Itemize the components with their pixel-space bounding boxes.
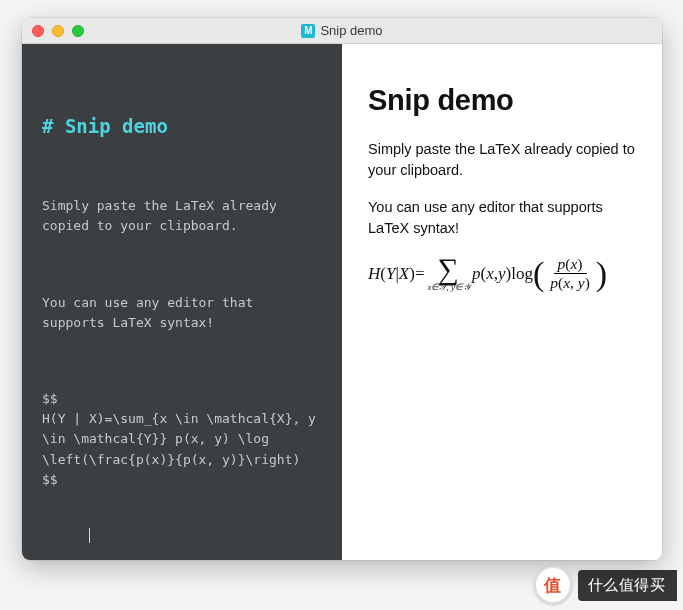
math-sum: ∑ x∈𝒳, y∈𝒴 xyxy=(427,255,469,292)
preview-para-2: You can use any editor that supports LaT… xyxy=(368,197,636,239)
math-H: H xyxy=(368,264,380,284)
watermark-text: 什么值得买 xyxy=(578,570,678,601)
math-bigparen-r: ) xyxy=(596,260,607,289)
math-args1-y: y xyxy=(498,264,506,284)
app-window: M Snip demo # Snip demo Simply paste the… xyxy=(22,18,662,560)
math-frac-den: p(x, y) xyxy=(546,274,594,291)
math-eq: = xyxy=(415,264,425,284)
math-log: log xyxy=(511,264,533,284)
editor-para-1: Simply paste the LaTeX already copied to… xyxy=(42,196,322,236)
watermark-badge: 值 xyxy=(534,566,572,604)
math-args1-x: x xyxy=(486,264,494,284)
traffic-lights xyxy=(22,25,84,37)
preview-para-1: Simply paste the LaTeX already copied to… xyxy=(368,139,636,181)
close-button[interactable] xyxy=(32,25,44,37)
text-cursor xyxy=(89,528,91,543)
maximize-button[interactable] xyxy=(72,25,84,37)
source-editor[interactable]: # Snip demo Simply paste the LaTeX alrea… xyxy=(22,44,342,560)
minimize-button[interactable] xyxy=(52,25,64,37)
sigma-icon: ∑ xyxy=(438,255,459,282)
math-X: X xyxy=(399,264,409,284)
math-Y: Y xyxy=(386,264,395,284)
titlebar[interactable]: M Snip demo xyxy=(22,18,662,44)
editor-latex: $$ H(Y | X)=\sum_{x \in \mathcal{X}, y \… xyxy=(42,389,322,490)
watermark: 值 什么值得买 xyxy=(534,566,678,604)
content-area: # Snip demo Simply paste the LaTeX alrea… xyxy=(22,44,662,560)
window-title: M Snip demo xyxy=(22,23,662,38)
math-p1: p xyxy=(472,264,481,284)
math-frac-num: p(x) xyxy=(554,256,587,274)
math-fraction: p(x) p(x, y) xyxy=(546,256,594,292)
rendered-preview: Snip demo Simply paste the LaTeX already… xyxy=(342,44,662,560)
editor-para-2: You can use any editor that supports LaT… xyxy=(42,293,322,333)
math-bigparen-l: ( xyxy=(533,260,544,289)
math-equation: H ( Y | X ) = ∑ x∈𝒳, y∈𝒴 p ( x , y ) log… xyxy=(368,255,636,292)
editor-heading: # Snip demo xyxy=(42,112,322,141)
app-icon: M xyxy=(301,24,315,38)
window-title-text: Snip demo xyxy=(320,23,382,38)
preview-heading: Snip demo xyxy=(368,84,636,117)
math-sum-sub: x∈𝒳, y∈𝒴 xyxy=(427,283,469,292)
